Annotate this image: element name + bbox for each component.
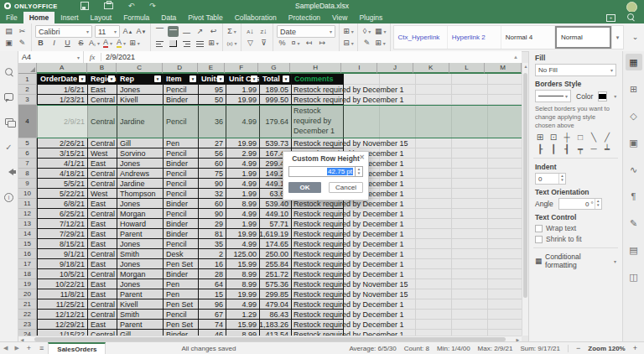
cell[interactable] xyxy=(416,330,452,336)
menu-tab-collaboration[interactable]: Collaboration xyxy=(229,12,283,23)
cell[interactable]: 2/9/21 xyxy=(37,105,88,138)
about-icon[interactable]: i xyxy=(3,190,16,204)
cell[interactable]: 1.99 xyxy=(226,189,260,199)
cell[interactable] xyxy=(488,209,522,219)
cell[interactable] xyxy=(380,330,416,336)
cell[interactable]: Binder xyxy=(164,95,199,105)
cell[interactable] xyxy=(416,259,452,269)
gallery-scroll-icon[interactable]: ▾ xyxy=(611,26,623,49)
cell[interactable]: Desk xyxy=(164,249,199,259)
user-avatar[interactable] xyxy=(626,2,637,13)
cell[interactable]: Binder xyxy=(164,219,199,229)
percent-style-icon[interactable]: % xyxy=(277,38,288,49)
borders-button[interactable]: ⊞▾ xyxy=(129,38,140,49)
zoom-in-icon[interactable]: + xyxy=(633,344,637,352)
cell[interactable]: Jones xyxy=(117,239,164,249)
cell[interactable]: 27 xyxy=(199,138,226,148)
prev-sheet-icon[interactable]: ◀ xyxy=(0,345,11,351)
subscript-button[interactable]: A₁▾ xyxy=(89,38,100,49)
ok-button[interactable]: OK xyxy=(288,182,321,193)
cell[interactable]: 95 xyxy=(199,85,226,95)
cell[interactable]: 2/26/21 xyxy=(37,138,88,148)
cell[interactable] xyxy=(452,310,488,320)
sheet-tab-salesorders[interactable]: SalesOrders xyxy=(48,342,106,354)
cell[interactable] xyxy=(344,85,380,95)
cell[interactable] xyxy=(292,105,344,138)
cell[interactable] xyxy=(416,95,452,105)
align-right-icon[interactable] xyxy=(181,38,192,49)
row-header[interactable]: 23 xyxy=(18,320,37,330)
cell[interactable]: 96 xyxy=(199,299,226,310)
cell[interactable] xyxy=(488,105,522,138)
row-header[interactable]: 24 xyxy=(18,330,37,336)
row-header[interactable]: 2 xyxy=(18,85,37,95)
cell[interactable]: 5/22/21 xyxy=(37,189,88,199)
filter-icon[interactable]: ▾ xyxy=(283,75,289,82)
conditional-formatting-button[interactable]: ▦ Conditional formatting ▾ xyxy=(535,252,616,269)
strikethrough-button[interactable]: S xyxy=(75,38,86,49)
cell[interactable] xyxy=(488,74,522,85)
row-header[interactable]: 18 xyxy=(18,269,37,279)
cell[interactable] xyxy=(292,310,344,320)
sheet-list-icon[interactable]: ≡ xyxy=(35,344,48,352)
search-icon-header[interactable] xyxy=(627,13,634,22)
cell[interactable] xyxy=(416,310,452,320)
cell[interactable] xyxy=(380,209,416,219)
column-header-f[interactable]: F xyxy=(225,63,258,74)
cell[interactable] xyxy=(344,279,380,289)
cell[interactable] xyxy=(344,138,380,148)
cell[interactable] xyxy=(488,138,522,148)
row-header[interactable]: 16 xyxy=(18,249,37,259)
sparkline-settings-icon[interactable]: ▤ xyxy=(626,242,642,258)
cell[interactable] xyxy=(416,138,452,148)
cell[interactable]: 57.71 xyxy=(260,219,292,229)
collapse-formula-bar-icon[interactable]: ▲ xyxy=(510,55,522,60)
cell[interactable]: 179.64 xyxy=(260,105,292,138)
cell[interactable] xyxy=(344,310,380,320)
italic-button[interactable]: I xyxy=(49,38,60,49)
cell[interactable] xyxy=(344,95,380,105)
cell[interactable]: 5/5/21 xyxy=(37,179,88,189)
sort-desc-icon[interactable]: Z↓ xyxy=(258,26,269,37)
cell[interactable] xyxy=(416,279,452,289)
cell[interactable]: Central xyxy=(88,169,117,179)
cell[interactable]: 19.99 xyxy=(226,95,260,105)
cell[interactable] xyxy=(452,209,488,219)
cell[interactable]: 1/6/21 xyxy=(37,85,88,95)
cell[interactable]: East xyxy=(88,279,117,289)
cell[interactable] xyxy=(292,219,344,229)
cell[interactable]: 8.99 xyxy=(226,269,260,279)
cell[interactable] xyxy=(488,148,522,159)
cell[interactable] xyxy=(452,330,488,336)
cell[interactable]: 67 xyxy=(199,310,226,320)
cell[interactable]: Binder xyxy=(164,330,199,336)
chat-icon[interactable] xyxy=(3,115,16,128)
cell[interactable]: 15 xyxy=(199,289,226,299)
add-sheet-icon[interactable]: + xyxy=(23,344,35,352)
cell[interactable]: 12/12/21 xyxy=(37,310,88,320)
cell[interactable] xyxy=(380,219,416,229)
menu-tab-home[interactable]: Home xyxy=(23,12,55,23)
column-header-j[interactable]: J xyxy=(377,63,413,74)
fill-select[interactable]: No Fill▾ xyxy=(535,64,616,76)
cell[interactable]: Gill xyxy=(117,138,164,148)
wrap-text-checkbox[interactable] xyxy=(535,225,543,232)
column-header-g[interactable]: G xyxy=(258,63,290,74)
wrap-text-icon[interactable]: ↩ xyxy=(208,26,219,37)
underline-button[interactable]: U xyxy=(62,38,73,49)
cell[interactable]: Jones xyxy=(117,279,164,289)
column-header-d[interactable]: D xyxy=(163,63,198,74)
cell[interactable]: 539.73 xyxy=(260,138,292,148)
cell[interactable]: 4/1/21 xyxy=(37,159,88,169)
cell[interactable]: East xyxy=(88,219,117,229)
cell[interactable] xyxy=(292,249,344,259)
row-header[interactable]: 7 xyxy=(18,159,37,169)
row-header[interactable]: 10 xyxy=(18,189,37,199)
cell[interactable] xyxy=(488,85,522,95)
cell-template-icon[interactable]: ⊞▾ xyxy=(375,38,386,49)
merge-cells-icon[interactable]: ⊞▾ xyxy=(208,38,219,49)
cell[interactable]: Central xyxy=(88,105,117,138)
cell[interactable] xyxy=(416,239,452,249)
cell[interactable] xyxy=(488,299,522,310)
cell[interactable] xyxy=(488,330,522,336)
